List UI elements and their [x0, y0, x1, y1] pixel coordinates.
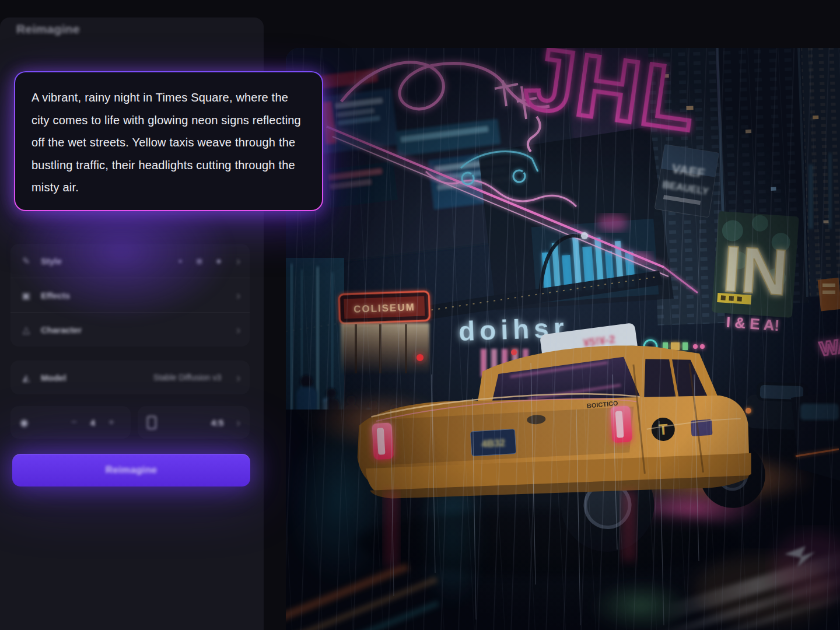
portrait-aspect-icon — [147, 416, 156, 429]
menu-item-style[interactable]: ✎ Style ● ▦ ◆ › — [10, 244, 250, 278]
page-title: Reimagine — [16, 22, 80, 36]
prompt-card[interactable]: A vibrant, rainy night in Times Square, … — [14, 71, 323, 211]
model-value: Stable Diffusion v3 — [153, 373, 221, 382]
menu-item-effects[interactable]: ▣ Effects › — [10, 278, 250, 312]
settings-menu: ✎ Style ● ▦ ◆ › ▣ Effects › △ Character … — [10, 244, 250, 346]
chevron-right-icon: › — [236, 289, 240, 301]
reimagine-button[interactable]: Reimagine — [12, 454, 250, 487]
image-count-stepper: ◉ − 4 + — [10, 406, 131, 439]
swatch-diamond-icon: ◆ — [216, 257, 221, 265]
model-selector[interactable]: ◭ Model Stable Diffusion v3 › — [10, 360, 250, 394]
chevron-right-icon: › — [236, 324, 240, 335]
times-square-artwork: JHL VAEF BEAUELY — [286, 48, 840, 630]
aspect-ratio-selector[interactable]: 4:5 › — [138, 406, 250, 439]
generated-image: JHL VAEF BEAUELY — [286, 48, 840, 630]
aspect-value: 4:5 — [211, 418, 224, 428]
menu-item-label: Character — [41, 325, 221, 335]
prompt-input[interactable]: A vibrant, rainy night in Times Square, … — [32, 86, 308, 199]
chevron-right-icon: › — [236, 372, 240, 383]
decrement-button[interactable]: − — [64, 416, 84, 428]
chevron-right-icon: › — [236, 255, 240, 267]
effects-icon: ▣ — [20, 290, 33, 301]
count-icon: ◉ — [20, 416, 29, 429]
swatch-grid-icon: ▦ — [196, 257, 202, 265]
sidebar: Reimagine A vibrant, rainy night in Time… — [0, 18, 264, 630]
count-value: 4 — [84, 418, 102, 428]
model-label: Model — [41, 373, 145, 383]
app-window: Reimagine A vibrant, rainy night in Time… — [0, 0, 840, 630]
menu-item-label: Style — [41, 256, 164, 266]
menu-item-label: Effects — [41, 290, 221, 300]
swatch-dot-icon: ● — [178, 257, 183, 264]
style-icon: ✎ — [20, 256, 33, 267]
menu-item-character[interactable]: △ Character › — [10, 312, 250, 346]
rain-overlay — [286, 48, 840, 630]
character-icon: △ — [20, 324, 33, 335]
chevron-right-icon: › — [236, 416, 240, 428]
increment-button[interactable]: + — [102, 416, 121, 428]
reimagine-button-label: Reimagine — [106, 464, 158, 475]
model-icon: ◭ — [20, 372, 33, 383]
